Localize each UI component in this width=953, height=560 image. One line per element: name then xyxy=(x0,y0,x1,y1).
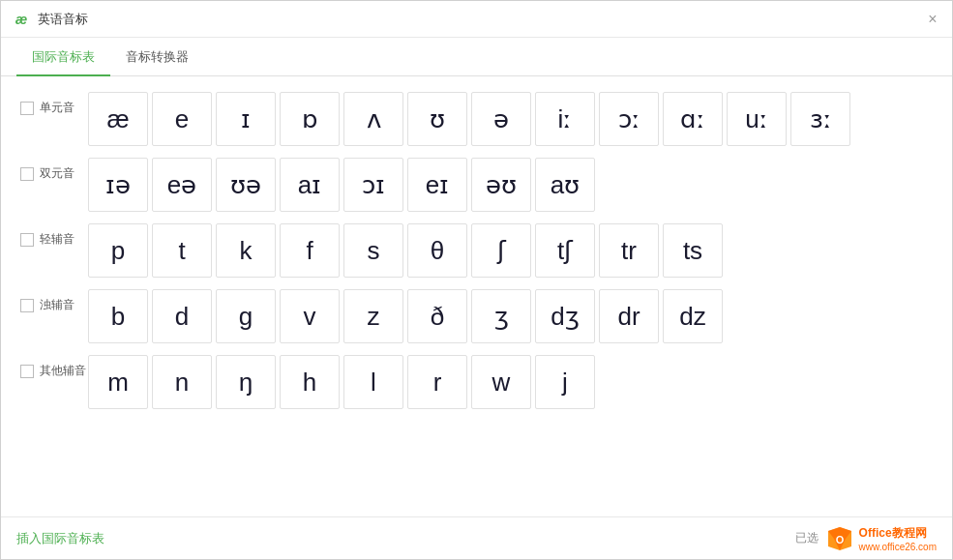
phonetic-cell[interactable]: n xyxy=(152,355,212,409)
tab-ipa-chart[interactable]: 国际音标表 xyxy=(16,38,110,76)
section-light-consonants: 轻辅音 p t k f s θ ʃ tʃ tr ts xyxy=(20,223,933,278)
phonetic-cell[interactable]: s xyxy=(343,223,403,278)
phonetic-cell[interactable]: dʒ xyxy=(535,289,595,343)
phonetic-cell[interactable]: iː xyxy=(535,92,595,146)
office-logo-icon: O xyxy=(826,525,853,552)
phonetic-cell[interactable]: m xyxy=(88,355,148,409)
phonetic-cell[interactable]: p xyxy=(88,223,148,278)
label-heavy-consonants: 浊辅音 xyxy=(40,297,74,313)
phonetic-cell[interactable]: ð xyxy=(407,289,467,343)
section-label-light: 轻辅音 xyxy=(20,223,88,248)
phonetic-cell[interactable]: l xyxy=(343,355,403,409)
checkbox-light-consonants[interactable] xyxy=(20,233,34,247)
other-consonants-grid: m n ŋ h l r w j xyxy=(88,355,595,409)
section-label-heavy: 浊辅音 xyxy=(20,289,88,313)
tab-bar: 国际音标表 音标转换器 xyxy=(1,38,952,76)
phonetic-cell[interactable]: aɪ xyxy=(280,158,340,212)
phonetic-cell[interactable]: æ xyxy=(88,92,148,146)
phonetic-cell[interactable]: ʌ xyxy=(343,92,403,146)
section-heavy-consonants: 浊辅音 b d g v z ð ʒ dʒ dr dz xyxy=(20,289,933,343)
phonetic-cell[interactable]: tʃ xyxy=(535,223,595,278)
section-label-di: 双元音 xyxy=(20,158,88,182)
phonetic-cell[interactable]: dr xyxy=(599,289,659,343)
phonetic-cell[interactable]: ə xyxy=(471,92,531,146)
checkbox-heavy-consonants[interactable] xyxy=(20,299,34,312)
heavy-consonants-grid: b d g v z ð ʒ dʒ dr dz xyxy=(88,289,723,343)
phonetic-cell[interactable]: t xyxy=(152,223,212,278)
title-left: æ 英语音标 xyxy=(13,11,88,28)
section-mono-vowels: 单元音 æ e ɪ ɒ ʌ ʊ ə iː ɔː ɑː uː ɜː xyxy=(20,92,933,146)
insert-link[interactable]: 插入国际音标表 xyxy=(16,530,104,547)
section-di-vowels: 双元音 ɪə eə ʊə aɪ ɔɪ eɪ əʊ aʊ xyxy=(20,158,933,212)
phonetic-cell[interactable]: h xyxy=(280,355,340,409)
phonetic-cell[interactable]: ʊə xyxy=(216,158,276,212)
phonetic-cell[interactable]: tr xyxy=(599,223,659,278)
phonetic-cell[interactable]: ɑː xyxy=(663,92,723,146)
phonetic-cell[interactable]: ʃ xyxy=(471,223,531,278)
phonetic-cell[interactable]: ɜː xyxy=(790,92,850,146)
site-url: www.office26.com xyxy=(859,542,937,552)
phonetic-cell[interactable]: dz xyxy=(663,289,723,343)
light-consonants-grid: p t k f s θ ʃ tʃ tr ts xyxy=(88,223,723,278)
phonetic-cell[interactable]: g xyxy=(216,289,276,343)
label-mono-vowels: 单元音 xyxy=(40,100,74,116)
phonetic-cell[interactable]: d xyxy=(152,289,212,343)
checkbox-other-consonants[interactable] xyxy=(20,365,34,378)
phonetic-cell[interactable]: e xyxy=(152,92,212,146)
label-di-vowels: 双元音 xyxy=(40,165,74,182)
phonetic-cell[interactable]: ɔː xyxy=(599,92,659,146)
phonetic-cell[interactable]: ɪə xyxy=(88,158,148,212)
phonetic-cell[interactable]: b xyxy=(88,289,148,343)
label-light-consonants: 轻辅音 xyxy=(40,231,74,248)
main-window: æ 英语音标 × 国际音标表 音标转换器 单元音 æ e ɪ ɒ ʌ ʊ xyxy=(0,0,953,560)
tab-converter[interactable]: 音标转换器 xyxy=(110,38,204,76)
phonetic-cell[interactable]: ɔɪ xyxy=(343,158,403,212)
phonetic-cell[interactable]: θ xyxy=(407,223,467,278)
status-text: 已选 xyxy=(795,530,819,546)
footer: 插入国际音标表 已选 O Office教程网 www.office26.com xyxy=(1,516,952,559)
phonetic-cell[interactable]: z xyxy=(343,289,403,343)
close-button[interactable]: × xyxy=(925,12,940,27)
site-info: Office教程网 www.office26.com xyxy=(859,525,937,552)
label-other-consonants: 其他辅音 xyxy=(40,363,86,379)
phonetic-cell[interactable]: ʒ xyxy=(471,289,531,343)
section-other-consonants: 其他辅音 m n ŋ h l r w j xyxy=(20,355,933,409)
section-label-mono: 单元音 xyxy=(20,92,88,116)
phonetic-cell[interactable]: eə xyxy=(152,158,212,212)
phonetic-cell[interactable]: r xyxy=(407,355,467,409)
phonetic-cell[interactable]: ɪ xyxy=(216,92,276,146)
phonetic-cell[interactable]: k xyxy=(216,223,276,278)
footer-right: 已选 O Office教程网 www.office26.com xyxy=(795,525,937,552)
site-name: Office教程网 xyxy=(859,525,927,542)
phonetic-cell[interactable]: eɪ xyxy=(407,158,467,212)
phonetic-cell[interactable]: aʊ xyxy=(535,158,595,212)
title-bar: æ 英语音标 × xyxy=(1,1,952,38)
checkbox-mono-vowels[interactable] xyxy=(20,102,34,115)
phonetic-cell[interactable]: w xyxy=(471,355,531,409)
mono-vowels-grid: æ e ɪ ɒ ʌ ʊ ə iː ɔː ɑː uː ɜː xyxy=(88,92,850,146)
phonetic-cell[interactable]: əʊ xyxy=(471,158,531,212)
phonetic-cell[interactable]: v xyxy=(280,289,340,343)
window-title: 英语音标 xyxy=(38,11,88,28)
app-icon: æ xyxy=(13,11,30,28)
section-label-other: 其他辅音 xyxy=(20,355,88,379)
di-vowels-grid: ɪə eə ʊə aɪ ɔɪ eɪ əʊ aʊ xyxy=(88,158,595,212)
footer-logo: O Office教程网 www.office26.com xyxy=(826,525,937,552)
phonetic-cell[interactable]: j xyxy=(535,355,595,409)
content-area: 单元音 æ e ɪ ɒ ʌ ʊ ə iː ɔː ɑː uː ɜː 双元音 xyxy=(1,76,952,516)
phonetic-cell[interactable]: ɒ xyxy=(280,92,340,146)
svg-text:O: O xyxy=(835,534,844,545)
phonetic-cell[interactable]: ʊ xyxy=(407,92,467,146)
phonetic-cell[interactable]: f xyxy=(280,223,340,278)
checkbox-di-vowels[interactable] xyxy=(20,167,34,181)
phonetic-cell[interactable]: ŋ xyxy=(216,355,276,409)
phonetic-cell[interactable]: ts xyxy=(663,223,723,278)
phonetic-cell[interactable]: uː xyxy=(727,92,787,146)
